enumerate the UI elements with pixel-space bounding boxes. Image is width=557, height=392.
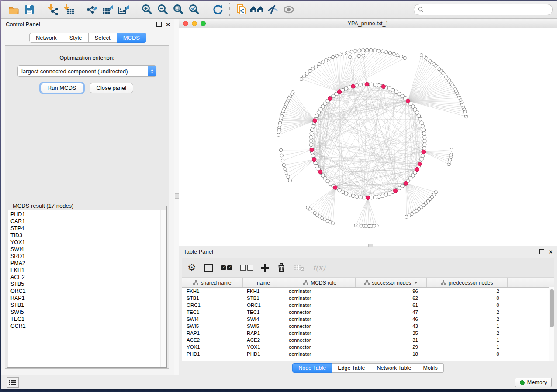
mcds-result-item[interactable]: PHD1 [10,211,166,218]
vertical-splitter-handle[interactable] [175,193,179,199]
network-title: YPA_prune.txt_1 [179,21,557,27]
tab-network[interactable]: Network [29,33,63,43]
optimization-criterion-label: Optimization criterion: [7,55,167,61]
column-header-successor-nodes[interactable]: successor nodes [356,278,427,287]
search-icon [418,7,424,13]
table-panel-title: Table Panel [183,248,213,255]
zoom-fit-icon[interactable] [171,3,187,17]
tab-style[interactable]: Style [63,33,89,43]
tab-edge-table[interactable]: Edge Table [332,363,371,373]
export-network-icon[interactable] [84,3,100,17]
table-row[interactable]: PHD1 PHD1 dominator 18 0 [182,351,554,358]
apply-layout-icon[interactable] [210,3,226,17]
mcds-result-item[interactable]: SRD1 [10,253,166,260]
mcds-result-item[interactable]: PMA2 [10,260,166,267]
show-columns-icon[interactable] [204,264,213,272]
memory-status-icon [520,380,525,385]
toolbar-separator [80,3,81,16]
column-header-name[interactable]: name [243,278,284,287]
mcds-result-item[interactable]: YOX1 [10,239,166,246]
tab-network-table[interactable]: Network Table [371,363,418,373]
first-neighbors-icon[interactable] [249,3,265,17]
column-header-shared-name[interactable]: shared name [182,278,243,287]
import-network-icon[interactable] [45,3,61,17]
table-row[interactable]: ACE2 ACE2 connector 31 1 [182,337,554,344]
select-all-checkboxes-icon[interactable]: ✓✓ [221,265,232,270]
node-table-body: FKH1 FKH1 dominator 96 2 STB1 STB1 domin… [182,288,554,358]
close-panel-button[interactable]: Close panel [90,83,134,93]
mcds-result-list[interactable]: PHD1CAR1STP4TID3YOX1SWI4SRD1PMA2FKH1ACE2… [8,210,166,367]
zoom-selected-icon[interactable] [187,3,202,17]
network-graph[interactable] [179,28,557,246]
mcds-result-item[interactable]: RAP1 [10,295,166,302]
export-image-icon[interactable] [116,3,131,17]
mcds-result-item[interactable]: ORC1 [10,288,166,295]
tab-motifs[interactable]: Motifs [417,363,443,373]
mcds-result-item[interactable]: FKH1 [10,267,166,274]
task-history-button[interactable] [7,377,19,388]
column-header-mcds-role[interactable]: MCDS role [284,278,356,287]
mcds-result-item[interactable]: STB1 [10,302,166,309]
duplicate-network-icon[interactable] [234,3,249,17]
table-row[interactable]: FKH1 FKH1 dominator 96 2 [182,288,554,295]
show-all-icon[interactable] [281,3,297,17]
tab-mcds[interactable]: MCDS [117,33,146,43]
table-row[interactable]: RAP1 RAP1 dominator 35 2 [182,330,554,337]
table-scrollbar-thumb[interactable] [550,289,554,327]
optimization-criterion-select[interactable]: largest connected component (undirected)… [17,65,156,77]
node-table-header: shared name name MCDS role successor nod… [182,278,554,288]
close-panel-icon[interactable]: × [166,21,170,28]
tab-select[interactable]: Select [89,33,117,43]
export-table-icon[interactable] [100,3,116,17]
control-panel: Control Panel × Network Style Select MCD… [1,19,174,375]
mcds-list-scrollbar[interactable] [160,210,166,367]
float-panel-icon[interactable] [156,22,162,27]
search-box[interactable] [414,4,553,15]
hide-selected-icon[interactable] [265,3,281,17]
zoom-in-icon[interactable] [139,3,155,17]
import-table-icon[interactable] [61,3,76,17]
mcds-result-item[interactable]: STB5 [10,281,166,288]
column-header-predecessor-nodes[interactable]: predecessor nodes [427,278,508,287]
select-stepper-icon: ▲▼ [148,66,156,76]
mcds-result-item[interactable]: TEC1 [10,316,166,323]
tab-node-table[interactable]: Node Table [292,363,332,373]
cytoscape-window: Control Panel × Network Style Select MCD… [1,1,557,389]
table-row[interactable]: SWI4 SWI4 dominator 46 2 [182,316,554,323]
save-session-icon[interactable] [21,3,37,17]
network-title-bar: YPA_prune.txt_1 [179,19,557,28]
float-table-panel-icon[interactable] [539,249,544,254]
mcds-result-item[interactable]: ACE2 [10,274,166,281]
mcds-result-item[interactable]: TID3 [10,232,166,239]
delete-column-icon[interactable] [277,263,286,272]
task-list-icon [9,380,16,385]
horizontal-splitter-handle[interactable] [368,244,373,247]
table-row[interactable]: YOX1 YOX1 connector 29 1 [182,344,554,351]
table-scrollbar[interactable] [549,287,554,361]
zoom-out-icon[interactable] [155,3,171,17]
table-options-gear-icon[interactable]: ⚙ [187,263,196,272]
sort-descending-icon [414,282,418,284]
open-file-icon[interactable] [6,3,21,17]
toolbar-separator [229,3,230,16]
table-row[interactable]: SWI5 SWI5 connector 43 1 [182,323,554,330]
close-table-panel-icon[interactable]: × [549,248,553,255]
table-row[interactable]: STB1 STB1 dominator 62 0 [182,295,554,302]
deselect-all-checkboxes-icon[interactable] [240,265,253,271]
search-input[interactable] [426,6,549,13]
add-column-icon[interactable] [261,264,269,272]
mcds-result-item[interactable]: SWI4 [10,246,166,253]
network-canvas[interactable] [179,28,557,246]
mcds-result-item[interactable]: CAR1 [10,218,166,225]
mcds-result-item[interactable]: STP4 [10,225,166,232]
table-row[interactable]: ORC1 ORC1 dominator 61 0 [182,302,554,309]
vertical-splitter[interactable] [174,19,179,375]
node-table: shared name name MCDS role successor nod… [182,278,554,361]
mcds-result-item[interactable]: SWI5 [10,309,166,316]
memory-button[interactable]: Memory [515,378,552,387]
toolbar-separator [41,3,42,16]
toolbar-separator [135,3,136,16]
run-mcds-button[interactable]: Run MCDS [41,83,83,93]
mcds-result-item[interactable]: GCR1 [10,323,166,330]
table-row[interactable]: TEC1 TEC1 connector 47 2 [182,309,554,316]
